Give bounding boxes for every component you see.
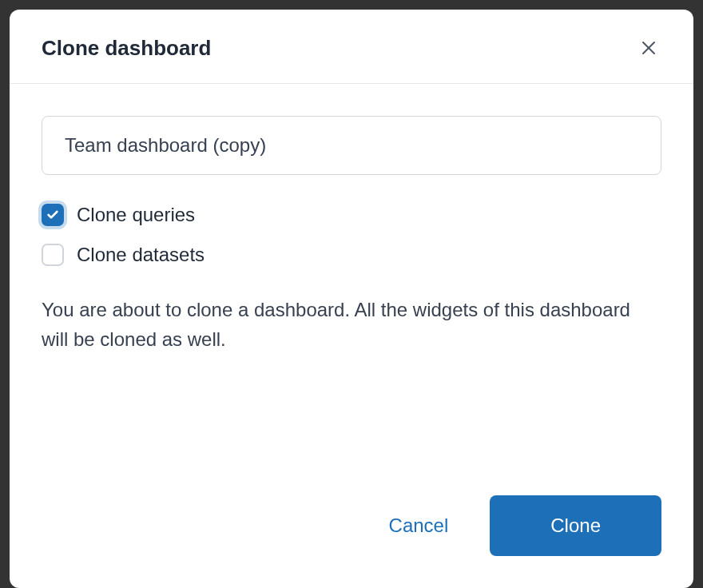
info-text: You are about to clone a dashboard. All … bbox=[42, 295, 661, 354]
clone-queries-checkbox[interactable] bbox=[42, 204, 64, 226]
clone-dashboard-modal: Clone dashboard Clone queries Clone da bbox=[10, 10, 693, 588]
clone-queries-label[interactable]: Clone queries bbox=[77, 204, 195, 226]
close-icon bbox=[639, 38, 658, 58]
clone-button[interactable]: Clone bbox=[490, 495, 661, 556]
modal-footer: Cancel Clone bbox=[10, 495, 693, 588]
checkbox-group: Clone queries Clone datasets bbox=[42, 204, 661, 266]
modal-header: Clone dashboard bbox=[10, 10, 693, 84]
modal-title: Clone dashboard bbox=[42, 36, 211, 61]
clone-datasets-row: Clone datasets bbox=[42, 244, 661, 266]
clone-datasets-label[interactable]: Clone datasets bbox=[77, 244, 205, 266]
clone-datasets-checkbox[interactable] bbox=[42, 244, 64, 266]
modal-body: Clone queries Clone datasets You are abo… bbox=[10, 84, 693, 495]
close-button[interactable] bbox=[636, 35, 661, 61]
clone-queries-row: Clone queries bbox=[42, 204, 661, 226]
dashboard-name-input[interactable] bbox=[42, 116, 661, 175]
checkmark-icon bbox=[46, 209, 59, 221]
cancel-button[interactable]: Cancel bbox=[386, 508, 452, 543]
